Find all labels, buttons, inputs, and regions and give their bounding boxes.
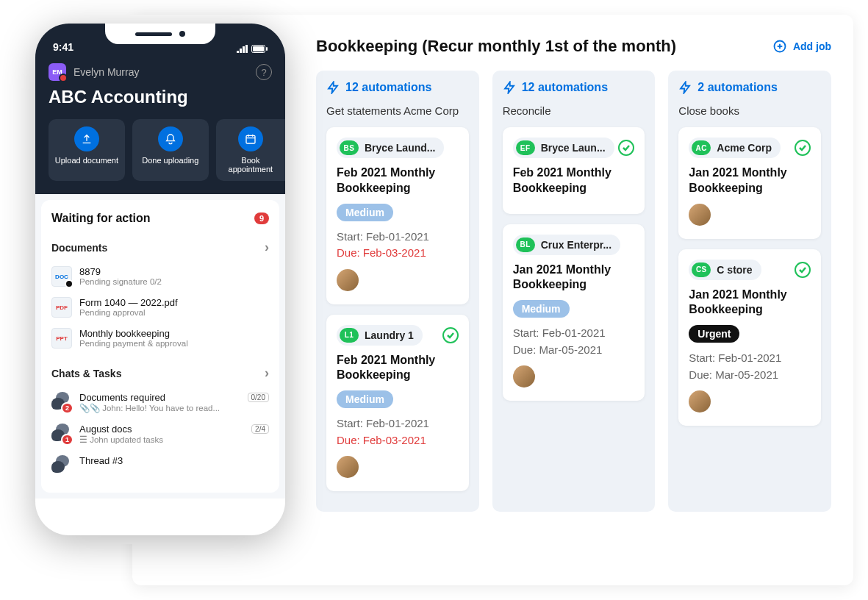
firm-name: ABC Accounting [49,87,272,107]
chat-item[interactable]: 2 Documents required0/20 📎📎 John: Hello!… [51,387,269,418]
chat-title: Thread #3 [79,455,123,466]
assignee-avatar[interactable] [513,365,535,388]
chat-title: Documents required [79,392,165,403]
document-item[interactable]: PPT Monthly bookkeepingPending payment &… [51,323,269,354]
start-date: Start: Feb-01-2021 [689,350,811,367]
chat-item[interactable]: Thread #3 [51,450,269,481]
phone-content: Waiting for action 9 Documents › DOC 887… [35,194,285,499]
battery-icon [251,45,268,53]
plus-circle-icon [772,39,787,54]
client-name: Acme Corp [717,142,772,154]
client-pill[interactable]: CS C store [689,260,761,280]
client-name: Bryce Laun... [541,142,606,154]
job-card[interactable]: L1 Laundry 1 Feb 2021 Monthly Bookkeepin… [326,315,469,492]
card-dates: Start: Feb-01-2021Due: Mar-05-2021 [689,350,811,383]
svg-rect-4 [240,49,242,53]
add-job-label: Add job [793,40,831,52]
document-title: Form 1040 — 2022.pdf [79,297,269,308]
user-row: EM Evelyn Murray ? [49,63,272,81]
assignee-avatar[interactable] [337,269,359,291]
chevron-right-icon: › [265,240,269,255]
phone-mockup: 9:41 EM Evelyn Murray ? ABC Accounting U… [35,24,285,535]
automations-link[interactable]: 12 automations [503,81,645,94]
priority-badge: Urgent [689,325,739,343]
document-item[interactable]: DOC 8879Pending signature 0/2 [51,261,269,292]
start-date: Start: Feb-01-2021 [513,325,635,342]
check-circle-icon[interactable] [442,327,459,343]
automations-label: 2 automations [697,81,777,94]
automations-link[interactable]: 2 automations [678,81,821,94]
client-initials: BS [340,140,359,155]
documents-header[interactable]: Documents › [51,234,269,261]
client-initials: BL [516,238,535,252]
svg-rect-3 [237,51,239,53]
column-title: Get statements Acme Corp [326,104,469,117]
check-circle-icon[interactable] [618,140,634,156]
assignee-avatar[interactable] [337,456,359,478]
card-dates: Start: Feb-01-2021Due: Feb-03-2021 [337,229,459,262]
file-icon: DOC [51,266,72,287]
board-header: Bookkeeping (Recur monthly 1st of the mo… [316,37,831,56]
client-pill[interactable]: L1 Laundry 1 [337,325,423,346]
user-avatar[interactable]: EM [49,63,66,81]
phone-notch [105,24,215,44]
action-button[interactable]: Book appointment [216,119,285,181]
card-title: Feb 2021 Monthly Bookkeeping [337,353,459,384]
column-title: Reconcile [503,104,645,117]
chevron-right-icon: › [265,365,269,381]
job-card[interactable]: BS Bryce Laund... Feb 2021 Monthly Bookk… [326,127,469,304]
document-meta: Pending approval [79,308,269,317]
chat-icon: 1 [51,424,72,444]
automations-label: 12 automations [345,81,431,94]
file-icon: PPT [51,328,72,349]
help-icon[interactable]: ? [256,64,272,80]
client-pill[interactable]: BS Bryce Laund... [337,138,444,158]
check-circle-icon[interactable] [795,140,811,156]
action-button[interactable]: Done uploading [132,119,209,181]
check-circle-icon[interactable] [795,262,811,278]
automations-label: 12 automations [522,81,608,94]
waiting-count: 9 [254,213,269,224]
chats-header[interactable]: Chats & Tasks › [51,360,269,387]
automations-link[interactable]: 12 automations [326,81,469,94]
client-pill[interactable]: AC Acme Corp [689,138,781,158]
client-initials: EF [516,140,535,155]
client-pill[interactable]: EF Bryce Laun... [513,138,614,158]
client-pill[interactable]: BL Crux Enterpr... [513,235,620,255]
document-title: 8879 [79,266,269,277]
kanban-column: 12 automations Reconcile EF Bryce Laun..… [492,71,656,512]
user-name: Evelyn Murray [73,66,139,78]
action-label: Book appointment [219,156,282,174]
kanban-column: 12 automations Get statements Acme Corp … [316,71,479,512]
client-name: Laundry 1 [365,329,414,341]
lightning-icon [678,81,692,94]
status-icons [237,45,268,53]
assignee-avatar[interactable] [689,390,711,413]
add-job-button[interactable]: Add job [772,39,831,54]
assignee-avatar[interactable] [689,204,711,226]
file-icon: PDF [51,297,72,318]
chat-meta: ☰ John updated tasks [79,435,269,445]
client-name: Crux Enterpr... [541,239,611,251]
phone-header: EM Evelyn Murray ? ABC Accounting Upload… [35,56,285,194]
documents-list: DOC 8879Pending signature 0/2 PDF Form 1… [51,261,269,354]
due-date: Due: Feb-03-2021 [337,245,459,262]
document-meta: Pending signature 0/2 [79,277,269,286]
action-icon [74,126,99,151]
status-time: 9:41 [53,41,73,53]
document-meta: Pending payment & approval [79,339,269,348]
action-button[interactable]: Upload document [49,119,125,181]
client-initials: AC [692,140,711,155]
job-card[interactable]: EF Bryce Laun... Feb 2021 Monthly Bookke… [503,127,645,214]
chat-icon: 2 [51,392,72,413]
job-card[interactable]: BL Crux Enterpr... Jan 2021 Monthly Book… [503,224,645,401]
job-card[interactable]: AC Acme Corp Jan 2021 Monthly Bookkeepin… [678,127,821,239]
document-item[interactable]: PDF Form 1040 — 2022.pdfPending approval [51,292,269,323]
priority-badge: Medium [337,390,393,408]
chat-item[interactable]: 1 August docs2/4 ☰ John updated tasks [51,418,269,450]
kanban-column: 2 automations Close books AC Acme Corp J… [668,71,831,512]
lightning-icon [503,81,516,94]
task-count: 2/4 [251,424,269,434]
due-date: Due: Feb-03-2021 [337,432,459,449]
job-card[interactable]: CS C store Jan 2021 Monthly Bookkeeping … [678,249,821,426]
